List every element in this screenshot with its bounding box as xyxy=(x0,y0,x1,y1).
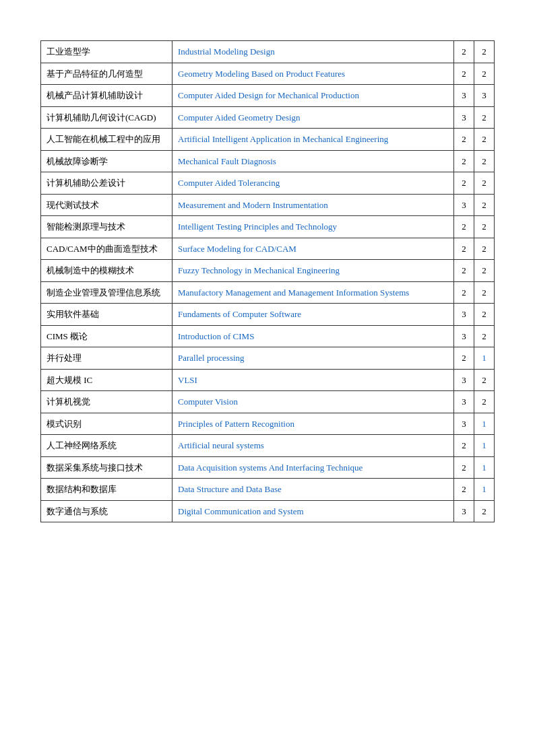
semester: 1 xyxy=(474,479,495,501)
credit-hours: 3 xyxy=(454,391,474,413)
chinese-name: 数据结构和数据库 xyxy=(41,479,172,501)
table-row: 人工神经网络系统Artificial neural systems21 xyxy=(41,435,495,457)
table-row: 计算机辅助公差设计Computer Aided Tolerancing22 xyxy=(41,172,495,195)
semester: 2 xyxy=(474,238,495,260)
semester: 2 xyxy=(474,194,495,216)
chinese-name: CAD/CAM中的曲面造型技术 xyxy=(41,238,172,260)
credit-hours: 2 xyxy=(454,260,474,282)
english-name: Measurement and Modern Instrumentation xyxy=(172,194,454,216)
english-name: Computer Aided Design for Mechanical Pro… xyxy=(172,85,454,107)
chinese-name: 智能检测原理与技术 xyxy=(41,216,172,238)
table-row: CAD/CAM中的曲面造型技术Surface Modeling for CAD/… xyxy=(41,238,495,260)
table-row: 并行处理Parallel processing21 xyxy=(41,347,495,370)
english-name: Fundaments of Computer Software xyxy=(172,304,454,326)
table-row: 工业造型学Industrial Modeling Design22 xyxy=(41,41,495,63)
chinese-name: 超大规模 IC xyxy=(41,369,172,391)
table-row: 数字通信与系统Digital Communication and System3… xyxy=(41,500,495,522)
table-row: 人工智能在机械工程中的应用Artificial Intelligent Appl… xyxy=(41,129,495,151)
table-row: 机械制造中的模糊技术Fuzzy Technology in Mechanical… xyxy=(41,260,495,282)
credit-hours: 3 xyxy=(454,500,474,522)
credit-hours: 2 xyxy=(454,281,474,304)
chinese-name: CIMS 概论 xyxy=(41,325,172,347)
semester: 2 xyxy=(474,500,495,522)
chinese-name: 人工神经网络系统 xyxy=(41,435,172,457)
english-name: Parallel processing xyxy=(172,347,454,370)
chinese-name: 机械制造中的模糊技术 xyxy=(41,260,172,282)
credit-hours: 2 xyxy=(454,238,474,260)
credit-hours: 2 xyxy=(454,435,474,457)
english-name: Principles of Pattern Recognition xyxy=(172,413,454,435)
semester: 2 xyxy=(474,41,495,63)
semester: 2 xyxy=(474,129,495,151)
english-name: Manufactory Management and Management In… xyxy=(172,281,454,304)
english-name: Intelligent Testing Principles and Techn… xyxy=(172,216,454,238)
credit-hours: 3 xyxy=(454,304,474,326)
chinese-name: 数据采集系统与接口技术 xyxy=(41,456,172,479)
chinese-name: 制造企业管理及管理信息系统 xyxy=(41,281,172,304)
chinese-name: 数字通信与系统 xyxy=(41,500,172,522)
english-name: Computer Aided Geometry Design xyxy=(172,106,454,129)
english-name: Fuzzy Technology in Mechanical Engineeri… xyxy=(172,260,454,282)
semester: 2 xyxy=(474,260,495,282)
chinese-name: 人工智能在机械工程中的应用 xyxy=(41,129,172,151)
credit-hours: 2 xyxy=(454,479,474,501)
credit-hours: 2 xyxy=(454,150,474,172)
chinese-name: 计算机辅助几何设计(CAGD) xyxy=(41,106,172,129)
english-name: Introduction of CIMS xyxy=(172,325,454,347)
credit-hours: 2 xyxy=(454,216,474,238)
english-name: Mechanical Fault Diagnosis xyxy=(172,150,454,172)
english-name: Computer Vision xyxy=(172,391,454,413)
credit-hours: 3 xyxy=(454,194,474,216)
table-row: 智能检测原理与技术Intelligent Testing Principles … xyxy=(41,216,495,238)
english-name: Surface Modeling for CAD/CAM xyxy=(172,238,454,260)
course-table: 工业造型学Industrial Modeling Design22基于产品特征的… xyxy=(40,40,495,522)
english-name: VLSI xyxy=(172,369,454,391)
credit-hours: 3 xyxy=(454,85,474,107)
table-row: 计算机视觉Computer Vision32 xyxy=(41,391,495,413)
semester: 1 xyxy=(474,413,495,435)
chinese-name: 并行处理 xyxy=(41,347,172,370)
table-row: 制造企业管理及管理信息系统Manufactory Management and … xyxy=(41,281,495,304)
credit-hours: 2 xyxy=(454,41,474,63)
semester: 2 xyxy=(474,391,495,413)
semester: 1 xyxy=(474,347,495,370)
table-row: 数据采集系统与接口技术Data Acquisition systems And … xyxy=(41,456,495,479)
semester: 2 xyxy=(474,216,495,238)
english-name: Geometry Modeling Based on Product Featu… xyxy=(172,63,454,85)
semester: 2 xyxy=(474,63,495,85)
credit-hours: 3 xyxy=(454,369,474,391)
chinese-name: 现代测试技术 xyxy=(41,194,172,216)
table-row: 机械故障诊断学Mechanical Fault Diagnosis22 xyxy=(41,150,495,172)
semester: 1 xyxy=(474,435,495,457)
english-name: Industrial Modeling Design xyxy=(172,41,454,63)
table-row: 机械产品计算机辅助设计Computer Aided Design for Mec… xyxy=(41,85,495,107)
table-row: CIMS 概论Introduction of CIMS32 xyxy=(41,325,495,347)
chinese-name: 基于产品特征的几何造型 xyxy=(41,63,172,85)
credit-hours: 2 xyxy=(454,63,474,85)
semester: 2 xyxy=(474,304,495,326)
chinese-name: 计算机辅助公差设计 xyxy=(41,172,172,195)
english-name: Digital Communication and System xyxy=(172,500,454,522)
table-row: 超大规模 ICVLSI32 xyxy=(41,369,495,391)
semester: 2 xyxy=(474,150,495,172)
credit-hours: 3 xyxy=(454,325,474,347)
semester: 1 xyxy=(474,456,495,479)
semester: 2 xyxy=(474,369,495,391)
semester: 2 xyxy=(474,281,495,304)
table-row: 数据结构和数据库Data Structure and Data Base21 xyxy=(41,479,495,501)
table-row: 实用软件基础Fundaments of Computer Software32 xyxy=(41,304,495,326)
credit-hours: 3 xyxy=(454,106,474,129)
english-name: Computer Aided Tolerancing xyxy=(172,172,454,195)
english-name: Artificial Intelligent Application in Me… xyxy=(172,129,454,151)
semester: 2 xyxy=(474,325,495,347)
english-name: Data Acquisition systems And Interfacing… xyxy=(172,456,454,479)
chinese-name: 工业造型学 xyxy=(41,41,172,63)
table-row: 模式识别Principles of Pattern Recognition31 xyxy=(41,413,495,435)
semester: 3 xyxy=(474,85,495,107)
english-name: Data Structure and Data Base xyxy=(172,479,454,501)
credit-hours: 2 xyxy=(454,129,474,151)
semester: 2 xyxy=(474,106,495,129)
credit-hours: 2 xyxy=(454,172,474,195)
chinese-name: 计算机视觉 xyxy=(41,391,172,413)
credit-hours: 2 xyxy=(454,347,474,370)
